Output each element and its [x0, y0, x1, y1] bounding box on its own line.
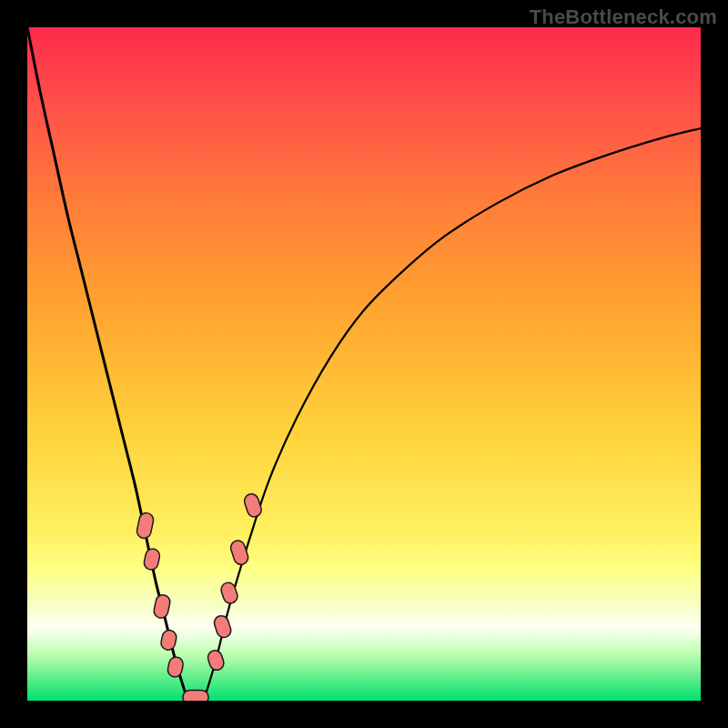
curve-path-left-branch [27, 27, 186, 694]
chart-frame: TheBottleneck.com [0, 0, 728, 728]
marker-2 [161, 602, 163, 611]
curve-right [206, 128, 701, 694]
marker-1 [151, 556, 153, 562]
marker-4 [175, 664, 176, 670]
curve-left [27, 27, 186, 694]
marker-10 [251, 501, 254, 511]
curve-layer [27, 27, 701, 701]
watermark-text: TheBottleneck.com [530, 5, 717, 29]
marker-3 [168, 637, 169, 642]
marker-9 [238, 548, 240, 558]
plot-area [27, 27, 701, 701]
marker-7 [221, 622, 224, 630]
marker-8 [228, 590, 230, 596]
marker-layer [144, 501, 254, 698]
marker-6 [215, 658, 217, 663]
curve-path-right-branch [206, 128, 701, 694]
marker-0 [144, 520, 147, 531]
